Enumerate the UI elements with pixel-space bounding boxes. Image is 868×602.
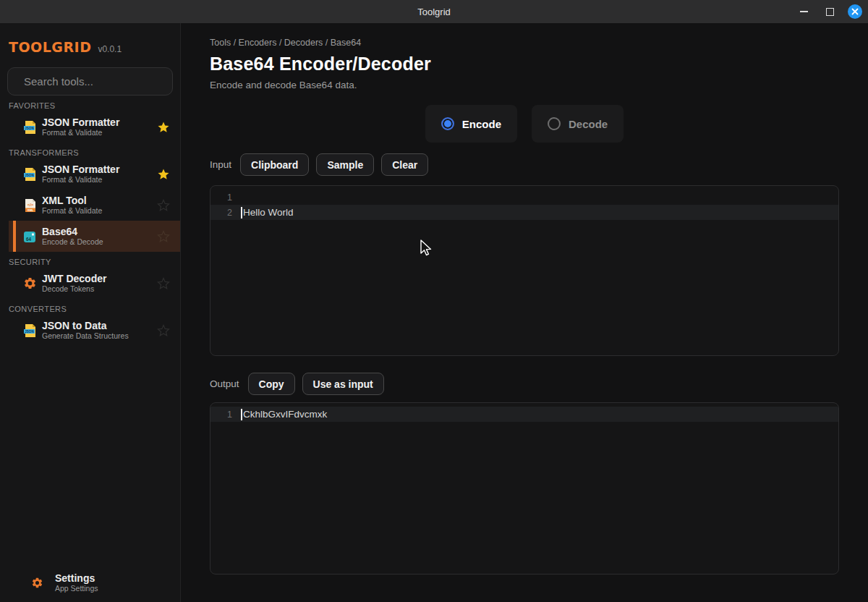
sample-button[interactable]: Sample: [316, 153, 374, 176]
close-icon: [851, 8, 859, 15]
editor-line-active: 1 CkhlbGxvIFdvcmxk: [210, 407, 838, 422]
output-toolbar: Output Copy Use as input: [210, 373, 839, 395]
favorite-star-outline-icon[interactable]: [157, 277, 170, 290]
gear-icon: [23, 276, 38, 291]
settings-subtitle: App Settings: [55, 584, 180, 593]
input-toolbar: Input Clipboard Sample Clear: [210, 153, 839, 176]
sidebar-item-base64[interactable]: 64 Base64 Encode & Decode: [9, 221, 180, 252]
settings-button[interactable]: Settings App Settings: [0, 570, 180, 595]
json-file-icon: JSON: [23, 120, 38, 135]
text-caret: [241, 207, 242, 219]
search-input[interactable]: [24, 75, 168, 88]
titlebar: Toolgrid: [0, 0, 868, 23]
tool-title: Base64: [42, 226, 157, 237]
tool-title: JSON Formatter: [42, 164, 157, 175]
app-logo: TOOLGRID: [9, 39, 91, 55]
favorite-star-filled-icon[interactable]: [157, 168, 170, 181]
favorite-star-outline-icon[interactable]: [157, 324, 170, 337]
tool-subtitle: Format & Validate: [42, 128, 157, 137]
sidebar-item-jwt-decoder[interactable]: JWT Decoder Decode Tokens: [0, 268, 180, 299]
maximize-icon: [826, 8, 834, 16]
close-button[interactable]: [848, 4, 862, 19]
window-controls: [796, 0, 862, 23]
selected-indicator: [13, 221, 16, 252]
version-label: v0.0.1: [98, 44, 122, 54]
encode-label: Encode: [462, 118, 501, 130]
decode-label: Decode: [569, 118, 608, 130]
app-window: TOOLGRID v0.0.1 FAVORITES JSON JSON Form…: [0, 23, 868, 602]
gear-icon: [31, 577, 43, 589]
copy-button[interactable]: Copy: [248, 373, 295, 395]
svg-text:JSON: JSON: [25, 126, 34, 130]
sidebar: TOOLGRID v0.0.1 FAVORITES JSON JSON Form…: [0, 23, 181, 602]
breadcrumb: Tools / Encoders / Decoders / Base64: [210, 38, 839, 48]
editor-line: 1: [210, 190, 838, 205]
svg-text:JSON: JSON: [25, 329, 34, 333]
sidebar-item-json-formatter-favorite[interactable]: JSON JSON Formatter Format & Validate: [0, 111, 180, 143]
section-label-transformers: TRANSFORMERS: [0, 148, 180, 157]
tool-subtitle: Encode & Decode: [42, 237, 157, 246]
decode-mode-option[interactable]: Decode: [532, 105, 624, 143]
base64-icon: 64: [23, 229, 38, 244]
sidebar-item-xml-tool[interactable]: </> XML XML Tool Format & Validate: [0, 190, 180, 221]
search-box[interactable]: [7, 67, 173, 96]
favorite-star-outline-icon[interactable]: [157, 199, 170, 212]
line-text: Hello World: [243, 207, 294, 218]
editor-line-active: 2 Hello World: [210, 205, 838, 220]
window-title: Toolgrid: [417, 7, 451, 17]
line-number: 2: [210, 208, 241, 218]
page-title: Base64 Encoder/Decoder: [210, 54, 839, 75]
input-editor[interactable]: 1 2 Hello World: [210, 185, 839, 356]
sidebar-item-json-to-data[interactable]: JSON JSON to Data Generate Data Structur…: [0, 315, 180, 346]
tool-subtitle: Decode Tokens: [42, 284, 157, 293]
page-subtitle: Encode and decode Base64 data.: [210, 80, 839, 90]
radio-unselected-icon: [548, 117, 561, 130]
svg-text:XML: XML: [27, 208, 34, 211]
json-file-icon: JSON: [23, 167, 38, 182]
minimize-icon: [800, 11, 808, 12]
tool-subtitle: Format & Validate: [42, 175, 157, 184]
tool-title: JSON to Data: [42, 321, 157, 331]
favorite-star-outline-icon[interactable]: [157, 230, 170, 243]
svg-text:JSON: JSON: [25, 173, 34, 177]
json-file-icon: JSON: [23, 323, 38, 338]
output-label: Output: [210, 378, 239, 389]
use-as-input-button[interactable]: Use as input: [302, 373, 384, 395]
main-content: Tools / Encoders / Decoders / Base64 Bas…: [181, 23, 868, 602]
xml-file-icon: </> XML: [23, 198, 38, 213]
tool-subtitle: Format & Validate: [42, 206, 157, 215]
logo-row: TOOLGRID v0.0.1: [0, 23, 180, 55]
tool-title: JWT Decoder: [42, 274, 157, 284]
section-label-converters: CONVERTERS: [0, 305, 180, 313]
text-caret: [241, 409, 242, 420]
svg-text:</>: </>: [27, 203, 34, 207]
section-label-favorites: FAVORITES: [0, 101, 180, 110]
line-number: 1: [210, 410, 241, 420]
line-number: 1: [210, 192, 241, 203]
clear-button[interactable]: Clear: [381, 153, 428, 176]
settings-title: Settings: [55, 573, 180, 584]
line-text: CkhlbGxvIFdvcmxk: [243, 409, 327, 420]
tool-title: XML Tool: [42, 195, 157, 206]
svg-text:64: 64: [26, 236, 32, 241]
maximize-button[interactable]: [822, 4, 838, 20]
output-editor[interactable]: 1 CkhlbGxvIFdvcmxk: [210, 402, 839, 575]
minimize-button[interactable]: [796, 4, 812, 20]
sidebar-item-json-formatter[interactable]: JSON JSON Formatter Format & Validate: [0, 158, 180, 190]
tool-subtitle: Generate Data Structures: [42, 331, 157, 340]
mode-toggle: Encode Decode: [210, 105, 839, 143]
clipboard-button[interactable]: Clipboard: [240, 153, 309, 176]
encode-mode-option[interactable]: Encode: [425, 105, 517, 143]
tool-title: JSON Formatter: [42, 117, 157, 128]
section-label-security: SECURITY: [0, 258, 180, 266]
favorite-star-filled-icon[interactable]: [157, 121, 170, 134]
radio-selected-icon: [441, 117, 454, 130]
input-label: Input: [210, 159, 231, 170]
